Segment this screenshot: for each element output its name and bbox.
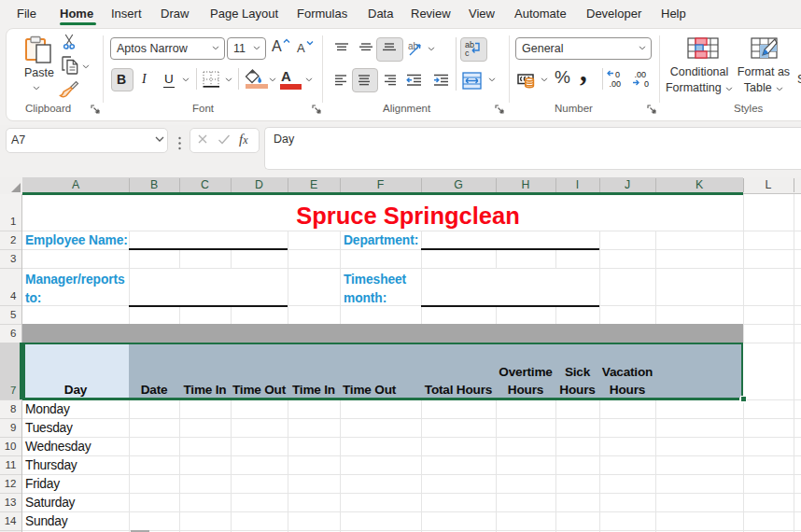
svg-text:0: 0 [644, 79, 649, 89]
svg-text:.00: .00 [635, 70, 647, 79]
svg-text:ab: ab [408, 41, 419, 51]
svg-text:.00: .00 [610, 79, 622, 89]
svg-text:c: c [465, 49, 470, 58]
svg-text:0: 0 [615, 70, 620, 79]
